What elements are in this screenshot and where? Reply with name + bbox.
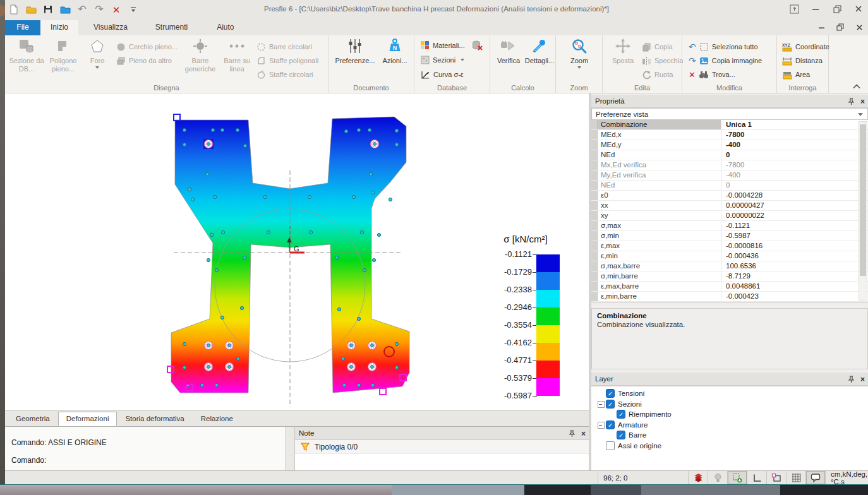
rebar-dot[interactable] <box>211 128 214 131</box>
property-row[interactable]: ε0 -0.0004228 <box>591 191 868 201</box>
restore-button[interactable] <box>831 3 843 15</box>
layer-checkbox[interactable] <box>606 400 615 409</box>
rebar-dot[interactable] <box>363 268 366 271</box>
rebar-dot[interactable] <box>213 195 216 198</box>
delete-selection-icon[interactable]: ✕ <box>689 70 696 80</box>
layer-row[interactable]: Assi e origine <box>596 441 868 451</box>
strand-core[interactable] <box>350 366 353 369</box>
save-icon[interactable] <box>42 3 54 16</box>
ribbon-display-options-icon[interactable] <box>788 3 800 15</box>
barre-circolari-button[interactable]: Barre circolari <box>256 40 312 53</box>
strand-core[interactable] <box>373 143 377 146</box>
rebar-dot[interactable] <box>220 128 224 131</box>
property-row[interactable]: ε,max -0.0000816 <box>591 241 868 251</box>
layer-checkbox[interactable] <box>606 389 615 398</box>
tab-strumenti[interactable]: Strumenti <box>145 20 198 35</box>
rebar-dot[interactable] <box>236 357 239 360</box>
property-value[interactable]: -7800 <box>721 130 868 140</box>
rebar-dot[interactable] <box>243 256 246 259</box>
delete-icon[interactable]: ✕ <box>110 3 123 16</box>
property-row[interactable]: xx 0.00000427 <box>591 201 868 211</box>
property-value[interactable]: 0.0048861 <box>721 282 868 291</box>
sposta-button[interactable]: Sposta <box>608 37 638 65</box>
collapse-ribbon-icon[interactable] <box>853 84 860 89</box>
property-value[interactable]: -8.7129 <box>721 271 868 281</box>
dettagli-button[interactable]: Dettagli... <box>524 37 555 65</box>
document-tab[interactable]: Relazione <box>193 412 241 426</box>
rebar-dot[interactable] <box>309 230 312 234</box>
foro-button[interactable]: Foro <box>82 37 112 69</box>
rebar-dot[interactable] <box>183 342 186 345</box>
coordinate-button[interactable]: XYZ Coordinate <box>782 40 829 53</box>
rebar-dot[interactable] <box>372 258 375 261</box>
property-row[interactable]: Combinazione Unica 1 <box>591 120 868 130</box>
rebar-dot[interactable] <box>210 233 213 236</box>
undo-arrow-icon[interactable]: ↶ <box>689 42 696 52</box>
layer-checkbox[interactable] <box>617 410 625 419</box>
seleziona-tutto-button[interactable]: ↶ Seleziona tutto <box>689 40 758 53</box>
strand-core[interactable] <box>371 344 374 347</box>
rebar-dot[interactable] <box>337 307 341 311</box>
tab-file[interactable]: File <box>5 20 40 35</box>
tree-expand-icon[interactable] <box>596 390 605 398</box>
rebar-dot[interactable] <box>369 172 372 176</box>
command-scrollbar[interactable] <box>285 427 294 470</box>
ortho-toggle[interactable] <box>767 471 787 484</box>
layer-checkbox[interactable] <box>606 441 615 450</box>
materiali-button[interactable]: Materiali... <box>421 39 483 52</box>
rebar-dot[interactable] <box>368 128 371 131</box>
property-value[interactable]: 0.00000427 <box>721 201 868 210</box>
rebar-dot[interactable] <box>352 195 355 198</box>
note-close-icon[interactable]: × <box>581 429 586 438</box>
highlight-toggle[interactable] <box>708 471 728 484</box>
open-folder-icon[interactable] <box>25 3 37 16</box>
property-value[interactable]: 0.00000022 <box>721 211 868 220</box>
trova-button[interactable]: ✕ Trova... <box>689 68 735 81</box>
undo-icon[interactable]: ↶ <box>76 3 88 16</box>
property-row[interactable]: MEd,y -400 <box>591 140 868 150</box>
strand-core[interactable] <box>228 366 231 369</box>
axes-toggle[interactable] <box>747 471 767 484</box>
rebar-dot[interactable] <box>341 357 344 360</box>
rebar-dot[interactable] <box>215 268 218 271</box>
layer-checkbox[interactable] <box>617 431 625 439</box>
scrollbar-thumb[interactable] <box>860 124 866 276</box>
rebar-dot[interactable] <box>357 317 360 320</box>
azioni-button[interactable]: N Azioni... <box>379 37 411 65</box>
note-filter-row[interactable]: Tipologia 0/0 <box>295 440 589 454</box>
property-row[interactable]: ε,min,barre -0.000423 <box>591 292 868 302</box>
document-tab[interactable]: Storia deformativa <box>117 412 192 426</box>
strand-core[interactable] <box>207 344 210 347</box>
document-tab[interactable]: Deformazioni <box>58 412 118 426</box>
doc-close-button[interactable] <box>854 22 864 32</box>
note-pin-icon[interactable] <box>569 430 575 438</box>
rebar-dot[interactable] <box>344 129 347 133</box>
property-value[interactable]: -0.0000816 <box>721 241 868 251</box>
property-value[interactable]: 0 <box>721 150 868 160</box>
doc-restore-button[interactable] <box>835 22 845 32</box>
rebar-dot[interactable] <box>357 383 360 386</box>
grid-toggle[interactable] <box>787 471 806 484</box>
rebar-dot[interactable] <box>371 383 374 386</box>
strand-core[interactable] <box>207 143 210 146</box>
layer-row[interactable]: Riempimento <box>596 409 868 420</box>
rebar-dot[interactable] <box>308 195 311 198</box>
tree-expand-icon[interactable] <box>607 431 615 439</box>
preferenze-button[interactable]: Preferenze... <box>335 37 375 65</box>
rebar-dot[interactable] <box>342 383 346 386</box>
rebar-dot[interactable] <box>357 128 360 131</box>
copia-immagine-button[interactable]: ↷ Copia immagine <box>689 54 762 67</box>
layers-toggle[interactable] <box>689 471 708 484</box>
rebar-dot[interactable] <box>220 316 224 319</box>
property-value[interactable]: -400 <box>721 170 868 180</box>
verifica-button[interactable]: Verifica <box>494 37 523 65</box>
properties-close-icon[interactable]: × <box>860 97 865 106</box>
property-row[interactable]: NEd 0 <box>591 150 868 160</box>
layer-checkbox[interactable] <box>606 420 615 429</box>
units-indicator[interactable]: cm,kN,deg,°C,s <box>826 471 868 484</box>
rebar-dot[interactable] <box>243 144 246 147</box>
rebar-dot[interactable] <box>371 191 374 194</box>
database-remove-icon[interactable] <box>472 40 483 51</box>
new-file-icon[interactable] <box>8 3 20 16</box>
rebar-dot[interactable] <box>183 128 186 131</box>
